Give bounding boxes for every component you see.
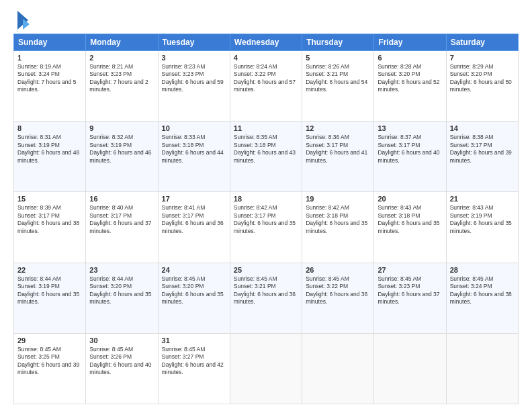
- calendar-cell: 30Sunrise: 8:45 AMSunset: 3:26 PMDayligh…: [86, 333, 158, 404]
- logo-icon: [16, 11, 30, 30]
- cell-info: Sunrise: 8:29 AMSunset: 3:20 PMDaylight:…: [450, 63, 515, 94]
- cell-info: Sunrise: 8:21 AMSunset: 3:23 PMDaylight:…: [89, 63, 154, 94]
- cell-info: Sunrise: 8:45 AMSunset: 3:23 PMDaylight:…: [378, 275, 442, 306]
- cell-info: Sunrise: 8:45 AMSunset: 3:22 PMDaylight:…: [306, 275, 370, 306]
- header-wednesday: Wednesday: [230, 34, 302, 51]
- calendar-cell: 2Sunrise: 8:21 AMSunset: 3:23 PMDaylight…: [86, 51, 158, 122]
- logo: [13, 13, 30, 30]
- header-row: SundayMondayTuesdayWednesdayThursdayFrid…: [14, 34, 519, 51]
- day-number: 3: [162, 54, 226, 62]
- cell-info: Sunrise: 8:41 AMSunset: 3:17 PMDaylight:…: [162, 204, 226, 235]
- cell-info: Sunrise: 8:33 AMSunset: 3:18 PMDaylight:…: [162, 134, 226, 165]
- cell-info: Sunrise: 8:26 AMSunset: 3:21 PMDaylight:…: [306, 63, 370, 94]
- cell-info: Sunrise: 8:44 AMSunset: 3:20 PMDaylight:…: [89, 275, 154, 306]
- cell-info: Sunrise: 8:32 AMSunset: 3:19 PMDaylight:…: [89, 134, 154, 165]
- day-number: 6: [378, 54, 442, 62]
- cell-info: Sunrise: 8:39 AMSunset: 3:17 PMDaylight:…: [17, 204, 82, 235]
- cell-info: Sunrise: 8:45 AMSunset: 3:24 PMDaylight:…: [450, 275, 515, 306]
- week-row-1: 1Sunrise: 8:19 AMSunset: 3:24 PMDaylight…: [14, 51, 519, 122]
- day-number: 5: [306, 54, 370, 62]
- day-number: 19: [306, 195, 370, 203]
- calendar-cell: 24Sunrise: 8:45 AMSunset: 3:20 PMDayligh…: [158, 263, 230, 333]
- calendar-cell: 12Sunrise: 8:36 AMSunset: 3:17 PMDayligh…: [302, 122, 374, 192]
- cell-info: Sunrise: 8:36 AMSunset: 3:17 PMDaylight:…: [306, 134, 370, 165]
- page: SundayMondayTuesdayWednesdayThursdayFrid…: [0, 0, 532, 411]
- day-number: 29: [17, 336, 82, 345]
- cell-info: Sunrise: 8:45 AMSunset: 3:25 PMDaylight:…: [17, 346, 82, 377]
- header-sunday: Sunday: [14, 34, 86, 51]
- calendar-cell: [374, 333, 446, 404]
- day-number: 17: [162, 195, 226, 203]
- day-number: 14: [450, 124, 515, 132]
- calendar-cell: 22Sunrise: 8:44 AMSunset: 3:19 PMDayligh…: [14, 263, 86, 333]
- day-number: 1: [17, 54, 82, 62]
- calendar-cell: 19Sunrise: 8:42 AMSunset: 3:18 PMDayligh…: [302, 192, 374, 263]
- calendar-cell: 5Sunrise: 8:26 AMSunset: 3:21 PMDaylight…: [302, 51, 374, 122]
- cell-info: Sunrise: 8:35 AMSunset: 3:18 PMDaylight:…: [234, 134, 298, 165]
- day-number: 25: [234, 266, 298, 274]
- day-number: 22: [17, 266, 82, 274]
- header-friday: Friday: [374, 34, 446, 51]
- day-number: 12: [306, 124, 370, 132]
- day-number: 9: [89, 124, 154, 132]
- day-number: 2: [89, 54, 154, 62]
- cell-info: Sunrise: 8:19 AMSunset: 3:24 PMDaylight:…: [17, 63, 82, 94]
- cell-info: Sunrise: 8:28 AMSunset: 3:20 PMDaylight:…: [378, 63, 442, 94]
- calendar-cell: 27Sunrise: 8:45 AMSunset: 3:23 PMDayligh…: [374, 263, 446, 333]
- calendar-cell: 20Sunrise: 8:43 AMSunset: 3:18 PMDayligh…: [374, 192, 446, 263]
- calendar-cell: 13Sunrise: 8:37 AMSunset: 3:17 PMDayligh…: [374, 122, 446, 192]
- day-number: 13: [378, 124, 442, 132]
- calendar-table: SundayMondayTuesdayWednesdayThursdayFrid…: [13, 34, 519, 404]
- day-number: 28: [450, 266, 515, 274]
- calendar-cell: 31Sunrise: 8:45 AMSunset: 3:27 PMDayligh…: [158, 333, 230, 404]
- day-number: 10: [162, 124, 226, 132]
- day-number: 4: [234, 54, 298, 62]
- calendar-cell: 17Sunrise: 8:41 AMSunset: 3:17 PMDayligh…: [158, 192, 230, 263]
- header-thursday: Thursday: [302, 34, 374, 51]
- day-number: 20: [378, 195, 442, 203]
- calendar-cell: 21Sunrise: 8:43 AMSunset: 3:19 PMDayligh…: [446, 192, 518, 263]
- cell-info: Sunrise: 8:45 AMSunset: 3:20 PMDaylight:…: [162, 275, 226, 306]
- calendar-cell: 4Sunrise: 8:24 AMSunset: 3:22 PMDaylight…: [230, 51, 302, 122]
- header-tuesday: Tuesday: [158, 34, 230, 51]
- calendar-cell: 10Sunrise: 8:33 AMSunset: 3:18 PMDayligh…: [158, 122, 230, 192]
- week-row-5: 29Sunrise: 8:45 AMSunset: 3:25 PMDayligh…: [14, 333, 519, 404]
- cell-info: Sunrise: 8:43 AMSunset: 3:19 PMDaylight:…: [450, 204, 515, 235]
- calendar-cell: 14Sunrise: 8:38 AMSunset: 3:17 PMDayligh…: [446, 122, 518, 192]
- cell-info: Sunrise: 8:37 AMSunset: 3:17 PMDaylight:…: [378, 134, 442, 165]
- calendar-cell: 28Sunrise: 8:45 AMSunset: 3:24 PMDayligh…: [446, 263, 518, 333]
- day-number: 21: [450, 195, 515, 203]
- calendar-cell: 15Sunrise: 8:39 AMSunset: 3:17 PMDayligh…: [14, 192, 86, 263]
- day-number: 7: [450, 54, 515, 62]
- calendar-cell: 23Sunrise: 8:44 AMSunset: 3:20 PMDayligh…: [86, 263, 158, 333]
- cell-info: Sunrise: 8:42 AMSunset: 3:17 PMDaylight:…: [234, 204, 298, 235]
- calendar-cell: [446, 333, 518, 404]
- calendar-cell: 16Sunrise: 8:40 AMSunset: 3:17 PMDayligh…: [86, 192, 158, 263]
- week-row-3: 15Sunrise: 8:39 AMSunset: 3:17 PMDayligh…: [14, 192, 519, 263]
- week-row-4: 22Sunrise: 8:44 AMSunset: 3:19 PMDayligh…: [14, 263, 519, 333]
- cell-info: Sunrise: 8:45 AMSunset: 3:21 PMDaylight:…: [234, 275, 298, 306]
- cell-info: Sunrise: 8:31 AMSunset: 3:19 PMDaylight:…: [17, 134, 82, 165]
- day-number: 18: [234, 195, 298, 203]
- day-number: 27: [378, 266, 442, 274]
- top-section: [13, 11, 519, 30]
- cell-info: Sunrise: 8:38 AMSunset: 3:17 PMDaylight:…: [450, 134, 515, 165]
- day-number: 26: [306, 266, 370, 274]
- header-monday: Monday: [86, 34, 158, 51]
- calendar-cell: 18Sunrise: 8:42 AMSunset: 3:17 PMDayligh…: [230, 192, 302, 263]
- calendar-cell: 3Sunrise: 8:23 AMSunset: 3:23 PMDaylight…: [158, 51, 230, 122]
- day-number: 31: [162, 336, 226, 345]
- calendar-cell: 11Sunrise: 8:35 AMSunset: 3:18 PMDayligh…: [230, 122, 302, 192]
- cell-info: Sunrise: 8:45 AMSunset: 3:26 PMDaylight:…: [89, 346, 154, 377]
- day-number: 24: [162, 266, 226, 274]
- calendar-cell: 7Sunrise: 8:29 AMSunset: 3:20 PMDaylight…: [446, 51, 518, 122]
- cell-info: Sunrise: 8:43 AMSunset: 3:18 PMDaylight:…: [378, 204, 442, 235]
- cell-info: Sunrise: 8:40 AMSunset: 3:17 PMDaylight:…: [89, 204, 154, 235]
- day-number: 30: [89, 336, 154, 345]
- calendar-cell: 1Sunrise: 8:19 AMSunset: 3:24 PMDaylight…: [14, 51, 86, 122]
- cell-info: Sunrise: 8:44 AMSunset: 3:19 PMDaylight:…: [17, 275, 82, 306]
- calendar-cell: 6Sunrise: 8:28 AMSunset: 3:20 PMDaylight…: [374, 51, 446, 122]
- day-number: 11: [234, 124, 298, 132]
- calendar-cell: 29Sunrise: 8:45 AMSunset: 3:25 PMDayligh…: [14, 333, 86, 404]
- cell-info: Sunrise: 8:24 AMSunset: 3:22 PMDaylight:…: [234, 63, 298, 94]
